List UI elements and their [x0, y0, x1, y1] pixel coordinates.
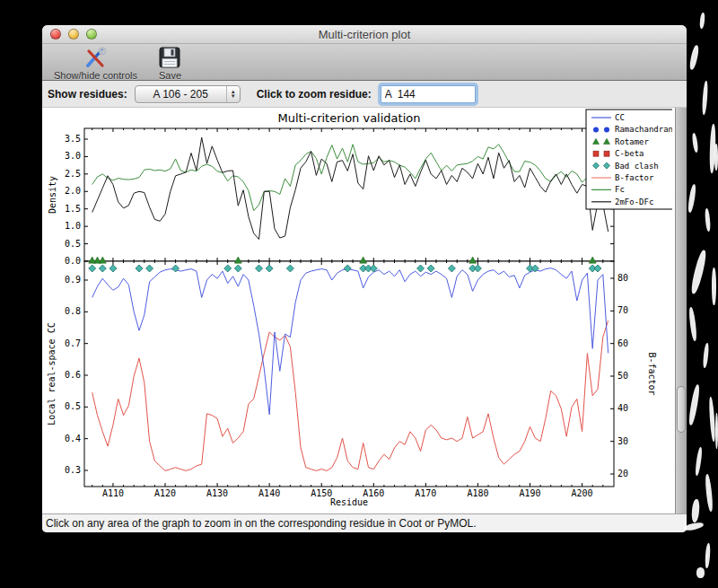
- scrollbar-thumb[interactable]: [677, 386, 686, 433]
- svg-text:CC: CC: [615, 113, 625, 122]
- stepper-arrows-icon[interactable]: ▲▼: [226, 86, 240, 102]
- svg-text:A150: A150: [311, 488, 332, 498]
- app-window: Multi-criterion plot: [42, 25, 687, 532]
- svg-text:A200: A200: [572, 488, 593, 498]
- vertical-scrollbar[interactable]: [675, 108, 687, 513]
- title-bar[interactable]: Multi-criterion plot: [42, 25, 687, 44]
- svg-text:60: 60: [617, 338, 628, 348]
- show-hide-controls-label: Show/hide controls: [54, 70, 137, 81]
- svg-text:0.6: 0.6: [65, 370, 81, 380]
- svg-text:0.3: 0.3: [65, 465, 81, 475]
- svg-text:Fc: Fc: [615, 185, 625, 194]
- svg-text:A120: A120: [154, 488, 176, 498]
- svg-text:2.0: 2.0: [65, 186, 81, 196]
- status-message: Click on any area of the graph to zoom i…: [46, 517, 477, 530]
- svg-text:40: 40: [617, 403, 628, 413]
- svg-text:2.5: 2.5: [65, 169, 81, 179]
- svg-text:0.9: 0.9: [65, 275, 81, 285]
- toolbar: Show/hide controls Save: [42, 44, 687, 81]
- svg-text:0.4: 0.4: [65, 434, 81, 443]
- floppy-disk-icon: [159, 47, 180, 69]
- svg-text:1.5: 1.5: [65, 204, 81, 214]
- svg-text:0.7: 0.7: [65, 338, 81, 348]
- svg-text:3.5: 3.5: [65, 134, 81, 144]
- svg-text:1.0: 1.0: [65, 221, 81, 231]
- svg-text:C-beta: C-beta: [615, 149, 644, 158]
- zoom-residue-label: Click to zoom residue:: [257, 88, 372, 101]
- show-residues-label: Show residues:: [48, 88, 127, 101]
- svg-text:A180: A180: [467, 488, 488, 498]
- svg-text:B-factor: B-factor: [615, 173, 654, 182]
- status-bar: Click on any area of the graph to zoom i…: [42, 513, 687, 532]
- svg-text:0.8: 0.8: [65, 306, 81, 316]
- screenshot-background: { "window": { "title": "Multi-criterion …: [0, 0, 718, 588]
- tools-icon: [83, 47, 108, 69]
- residue-range-select[interactable]: A 106 - 205 ▲▼: [135, 85, 241, 103]
- svg-text:A130: A130: [206, 488, 228, 498]
- svg-text:Residue: Residue: [330, 497, 368, 507]
- svg-text:Density: Density: [48, 176, 57, 214]
- svg-text:A110: A110: [102, 488, 124, 498]
- svg-text:A140: A140: [258, 488, 280, 498]
- svg-text:A170: A170: [415, 488, 436, 498]
- svg-text:0.5: 0.5: [65, 401, 81, 411]
- svg-text:70: 70: [617, 305, 628, 315]
- save-label: Save: [159, 70, 181, 81]
- svg-text:Bad clash: Bad clash: [615, 162, 659, 171]
- svg-text:30: 30: [617, 436, 628, 446]
- svg-text:2mFo-DFc: 2mFo-DFc: [615, 197, 653, 206]
- residue-range-value: A 106 - 205: [136, 88, 226, 101]
- window-title: Multi-criterion plot: [42, 28, 687, 41]
- figure-area: A110A120A130A140A150A160A170A180A190A200…: [42, 108, 687, 513]
- svg-text:Rotamer: Rotamer: [615, 137, 650, 146]
- svg-text:50: 50: [617, 371, 628, 381]
- svg-text:0.0: 0.0: [65, 256, 81, 266]
- svg-text:3.0: 3.0: [65, 151, 81, 161]
- multi-criterion-plot[interactable]: A110A120A130A140A150A160A170A180A190A200…: [42, 108, 672, 513]
- save-button[interactable]: Save: [156, 46, 184, 82]
- zoom-residue-input[interactable]: [381, 85, 476, 103]
- svg-text:Multi-criterion validation: Multi-criterion validation: [278, 111, 421, 125]
- svg-text:20: 20: [617, 469, 628, 478]
- svg-text:Local real-space CC: Local real-space CC: [47, 322, 57, 425]
- svg-text:80: 80: [617, 273, 628, 283]
- svg-text:B-factor: B-factor: [647, 352, 657, 395]
- show-hide-controls-button[interactable]: Show/hide controls: [51, 46, 140, 82]
- controls-bar: Show residues: A 106 - 205 ▲▼ Click to z…: [42, 81, 687, 108]
- svg-text:A190: A190: [519, 488, 540, 498]
- svg-text:Ramachandran: Ramachandran: [615, 125, 672, 134]
- svg-text:0.5: 0.5: [65, 239, 81, 249]
